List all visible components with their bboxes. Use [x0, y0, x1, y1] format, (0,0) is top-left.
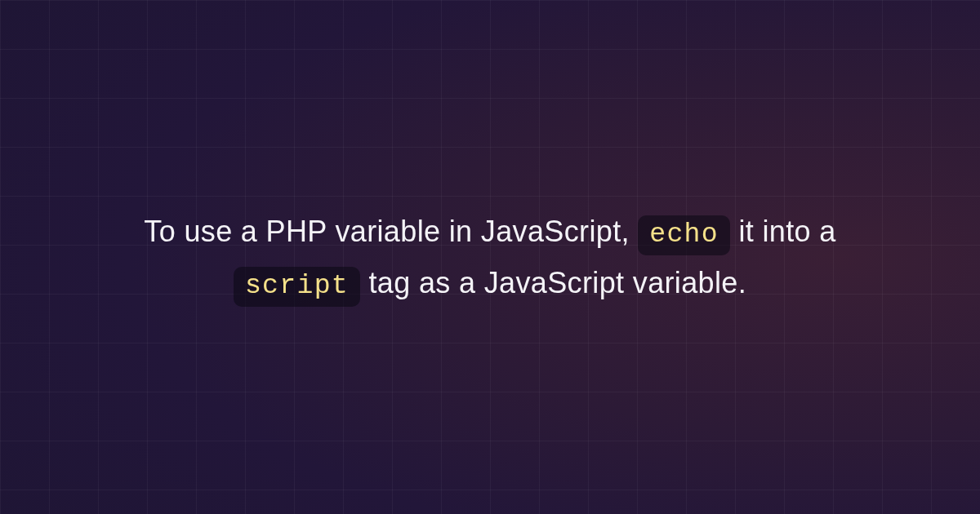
- text-segment-3: tag as a JavaScript variable.: [368, 266, 746, 299]
- code-chip-echo: echo: [638, 215, 730, 255]
- main-text: To use a PHP variable in JavaScript, ech…: [82, 206, 898, 308]
- code-chip-script: script: [234, 267, 360, 307]
- text-segment-1: To use a PHP variable in JavaScript,: [144, 215, 638, 248]
- text-segment-2: it into a: [738, 215, 835, 248]
